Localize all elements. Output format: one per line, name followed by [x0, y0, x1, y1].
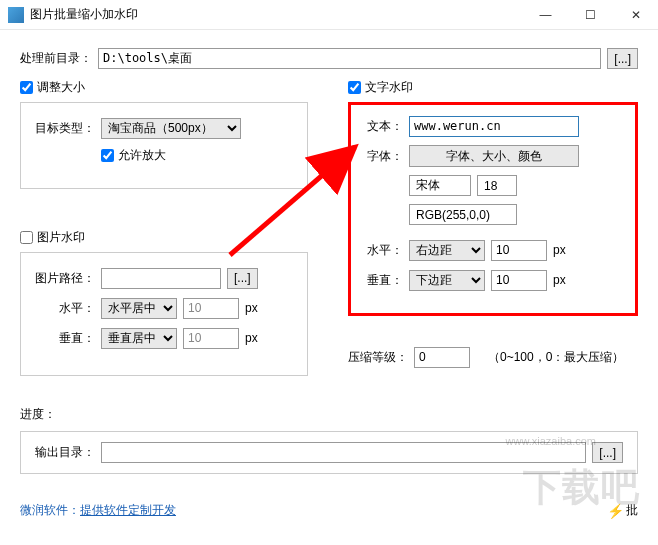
titlebar: 图片批量缩小加水印 — ☐ ✕ [0, 0, 658, 30]
site-watermark-url: www.xiazaiba.com [506, 435, 596, 447]
source-dir-row: 处理前目录： [...] [20, 48, 638, 69]
app-icon [8, 7, 24, 23]
maximize-button[interactable]: ☐ [568, 0, 613, 30]
watermark-text-input[interactable] [409, 116, 579, 137]
source-dir-label: 处理前目录： [20, 50, 92, 67]
txt-h-mode-select[interactable]: 右边距 [409, 240, 485, 261]
txt-v-value-input[interactable] [491, 270, 547, 291]
source-browse-button[interactable]: [...] [607, 48, 638, 69]
minimize-button[interactable]: — [523, 0, 568, 30]
img-path-input[interactable] [101, 268, 221, 289]
text-watermark-checkbox[interactable]: 文字水印 [348, 79, 638, 96]
img-h-label: 水平： [35, 300, 95, 317]
font-label: 字体： [363, 148, 403, 165]
compress-label: 压缩等级： [348, 349, 408, 366]
img-path-label: 图片路径： [35, 270, 95, 287]
progress-label: 进度： [20, 406, 56, 423]
target-type-label: 目标类型： [35, 120, 95, 137]
close-button[interactable]: ✕ [613, 0, 658, 30]
resize-checkbox[interactable]: 调整大小 [20, 79, 308, 96]
txt-v-label: 垂直： [363, 272, 403, 289]
text-label: 文本： [363, 118, 403, 135]
font-settings-button[interactable]: 字体、大小、颜色 [409, 145, 579, 167]
allow-enlarge-checkbox[interactable]: 允许放大 [101, 147, 293, 164]
resize-checkbox-label: 调整大小 [37, 79, 85, 96]
txt-h-label: 水平： [363, 242, 403, 259]
img-v-label: 垂直： [35, 330, 95, 347]
source-dir-input[interactable] [98, 48, 601, 69]
compress-input[interactable] [414, 347, 470, 368]
window-title: 图片批量缩小加水印 [30, 6, 523, 23]
image-watermark-checkbox[interactable]: 图片水印 [20, 229, 308, 246]
font-name-display: 宋体 [409, 175, 471, 196]
image-watermark-label: 图片水印 [37, 229, 85, 246]
img-h-value-input[interactable] [183, 298, 239, 319]
img-h-unit: px [245, 301, 258, 315]
site-watermark: 下载吧 [523, 462, 640, 513]
txt-h-value-input[interactable] [491, 240, 547, 261]
img-v-value-input[interactable] [183, 328, 239, 349]
progress-row: 进度： [20, 406, 638, 423]
text-watermark-group: 文本： 字体： 字体、大小、颜色 宋体 18 RGB(255,0,0) 水平： … [348, 102, 638, 316]
img-h-mode-select[interactable]: 水平居中 [101, 298, 177, 319]
image-watermark-group: 图片路径： [...] 水平： 水平居中 px 垂直： 垂直居中 px [20, 252, 308, 376]
text-watermark-input[interactable] [348, 81, 361, 94]
vendor-link[interactable]: 提供软件定制开发 [80, 502, 176, 519]
target-type-select[interactable]: 淘宝商品（500px） [101, 118, 241, 139]
img-path-browse-button[interactable]: [...] [227, 268, 258, 289]
output-browse-button[interactable]: [...] [592, 442, 623, 463]
output-dir-label: 输出目录： [35, 444, 95, 461]
compress-hint: （0~100，0：最大压缩） [488, 349, 624, 366]
vendor-label: 微润软件： [20, 502, 80, 519]
txt-v-mode-select[interactable]: 下边距 [409, 270, 485, 291]
resize-group: 目标类型： 淘宝商品（500px） 允许放大 [20, 102, 308, 189]
img-v-mode-select[interactable]: 垂直居中 [101, 328, 177, 349]
txt-v-unit: px [553, 273, 566, 287]
text-watermark-label: 文字水印 [365, 79, 413, 96]
font-color-display: RGB(255,0,0) [409, 204, 517, 225]
img-v-unit: px [245, 331, 258, 345]
allow-enlarge-label: 允许放大 [118, 147, 166, 164]
font-size-display: 18 [477, 175, 517, 196]
resize-checkbox-input[interactable] [20, 81, 33, 94]
image-watermark-input[interactable] [20, 231, 33, 244]
txt-h-unit: px [553, 243, 566, 257]
allow-enlarge-input[interactable] [101, 149, 114, 162]
